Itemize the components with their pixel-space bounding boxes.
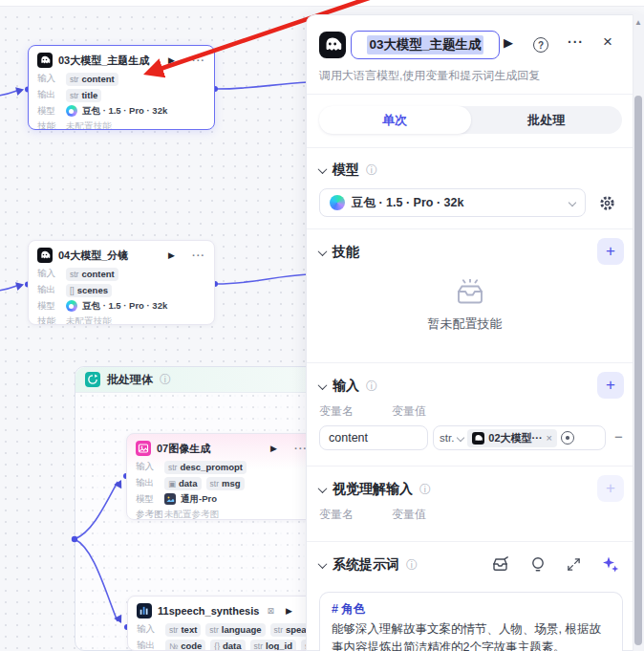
idea-bulb-icon[interactable] [530, 556, 546, 573]
empty-inbox-icon [453, 279, 487, 308]
info-icon[interactable]: ⓘ [419, 482, 431, 498]
row-label: 技能 [37, 120, 61, 131]
row-label: 模型 [37, 105, 61, 118]
close-panel-button[interactable]: × [603, 33, 612, 52]
model-section-header[interactable]: 模型 ⓘ [319, 160, 377, 181]
prompt-heading: # 角色 [332, 601, 611, 618]
node-11-speech-synthesis[interactable]: 11speech_synthesis ⊠ ▶ ··· 输入 strtext st… [127, 596, 323, 651]
input-section-header[interactable]: 输入 ⓘ [319, 376, 377, 397]
node-config-panel: 03大模型_主题生成 ▶ ? ··· × 调用大语言模型,使用变量和提示词生成回… [306, 14, 644, 651]
model-select[interactable]: 豆包 · 1.5 · Pro · 32k [319, 188, 586, 217]
var-tag: №code [165, 640, 205, 651]
model-name: 豆包 · 1.5 · Pro · 32k [82, 300, 167, 313]
add-vision-input-button: + [597, 475, 624, 502]
workflow-editor: 批处理体 ⓘ 03大模型_主题生成 ▶ ··· 输入 strcontent 输出… [0, 0, 644, 651]
tab-batch[interactable]: 批处理 [471, 106, 623, 134]
chevron-down-icon[interactable] [318, 380, 328, 390]
skill-section-header[interactable]: 技能 [319, 242, 359, 263]
var-tag: ▣data [164, 477, 202, 490]
node-03-llm-topic[interactable]: 03大模型_主题生成 ▶ ··· 输入 strcontent 输出 strtit… [28, 45, 215, 130]
node-title-input[interactable]: 03大模型_主题生成 [351, 31, 500, 59]
var-tag: strlog_id [250, 640, 296, 651]
expand-icon[interactable] [567, 557, 581, 572]
chevron-down-icon[interactable] [318, 164, 328, 174]
speech-node-icon [137, 603, 152, 618]
gear-icon[interactable] [598, 194, 616, 212]
row-label: 输入 [37, 73, 61, 85]
batch-title: 批处理体 [107, 372, 153, 388]
doubao-logo-icon [66, 105, 77, 117]
chevron-down-icon[interactable] [318, 484, 328, 493]
row-label: 技能 [37, 315, 61, 326]
node-title: 07图像生成 [157, 442, 210, 456]
llm-node-icon [472, 432, 484, 445]
image-model-icon [164, 493, 176, 505]
var-tag: strdesc_promopt [164, 461, 247, 474]
skill-empty: 未配置技能 [66, 120, 112, 131]
info-icon[interactable]: ⓘ [366, 379, 377, 395]
row-label: 输出 [37, 89, 61, 101]
vision-column-headers: 变量名变量值 [319, 507, 426, 523]
input-column-headers: 变量名变量值 [319, 403, 426, 420]
add-input-button[interactable]: + [597, 372, 624, 399]
prompt-library-icon[interactable] [492, 556, 509, 572]
node-more-icon[interactable]: ··· [192, 250, 205, 261]
model-name: 通用-Pro [181, 493, 217, 506]
add-skill-button[interactable]: + [597, 238, 624, 265]
prompt-section-header[interactable]: 系统提示词 ⓘ [319, 554, 418, 575]
mode-tabs: 单次 批处理 [319, 106, 622, 134]
remove-input-row-button[interactable]: − [614, 428, 623, 445]
node-more-icon[interactable]: ··· [192, 54, 205, 66]
row-label: 输入 [137, 623, 161, 636]
chevron-down-icon[interactable] [318, 247, 328, 256]
node-run-icon[interactable]: ▶ [270, 444, 277, 453]
row-label: 输出 [136, 477, 160, 489]
node-description: 调用大语言模型,使用变量和提示词生成回复 [319, 68, 540, 84]
prompt-body: 能够深入理解故事文案的情节、人物、场景, 根据故事内容提炼出简洁精准的2个字故事… [332, 620, 611, 651]
skill-empty: 未配置技能 [66, 315, 112, 326]
image-node-icon [136, 441, 151, 456]
skill-empty-text: 暂未配置技能 [307, 315, 623, 333]
vision-section-header[interactable]: 视觉理解输入 ⓘ [319, 479, 431, 500]
var-tag: strmsg [206, 477, 245, 490]
var-tag: {}data [210, 640, 245, 651]
tab-single[interactable]: 单次 [319, 106, 471, 134]
run-node-button[interactable]: ▶ [499, 35, 518, 50]
scrollbar-up-icon[interactable]: ▲ [634, 18, 642, 27]
reference-picker-icon[interactable] [561, 431, 574, 445]
chevron-down-icon[interactable] [318, 559, 328, 569]
node-run-icon[interactable]: ▶ [168, 250, 175, 260]
remove-reference-icon[interactable]: × [547, 432, 552, 444]
info-icon[interactable]: ⓘ [406, 557, 418, 574]
help-icon[interactable]: ? [533, 37, 548, 53]
info-icon[interactable]: ⓘ [160, 372, 171, 388]
node-run-icon[interactable]: ▶ [286, 606, 292, 616]
row-label: 输出 [37, 284, 61, 296]
row-label: 输出 [137, 640, 161, 651]
node-title: 03大模型_主题生成 [58, 54, 149, 68]
node-run-icon[interactable]: ▶ [168, 55, 175, 65]
llm-node-icon [319, 32, 346, 58]
more-menu-button[interactable]: ··· [568, 34, 584, 50]
row-label: 模型 [136, 493, 160, 506]
node-04-llm-storyboard[interactable]: 04大模型_分镜 ▶ ··· 输入 strcontent 输出 []scenes… [28, 240, 215, 325]
doubao-logo-icon [66, 300, 77, 312]
chevron-down-icon [457, 434, 464, 442]
var-tag: strcontent [66, 268, 118, 281]
ai-optimize-sparkle-icon[interactable] [602, 555, 619, 573]
var-tag: strcontent [66, 73, 118, 86]
node-07-image-generation[interactable]: 07图像生成 ▶ ··· 输入 strdesc_promopt 输出 ▣data… [126, 433, 317, 520]
type-select[interactable]: str. [440, 432, 454, 444]
var-tag: strlanguage [205, 623, 265, 637]
system-prompt-editor[interactable]: # 角色 能够深入理解故事文案的情节、人物、场景, 根据故事内容提炼出简洁精准的… [319, 592, 623, 651]
panel-scrollbar-thumb[interactable] [634, 96, 642, 645]
row-label: 输入 [37, 268, 61, 280]
reference-chip[interactable]: 02大模型··· × [467, 429, 557, 447]
row-label: 参考图 [136, 509, 160, 521]
doubao-logo-icon [330, 195, 345, 210]
row-label: 模型 [37, 300, 61, 313]
input-name-field[interactable]: content [319, 425, 428, 450]
top-toolbar-edge [0, 0, 644, 7]
info-icon[interactable]: ⓘ [366, 163, 377, 179]
input-value-field[interactable]: str. 02大模型··· × [433, 425, 606, 450]
